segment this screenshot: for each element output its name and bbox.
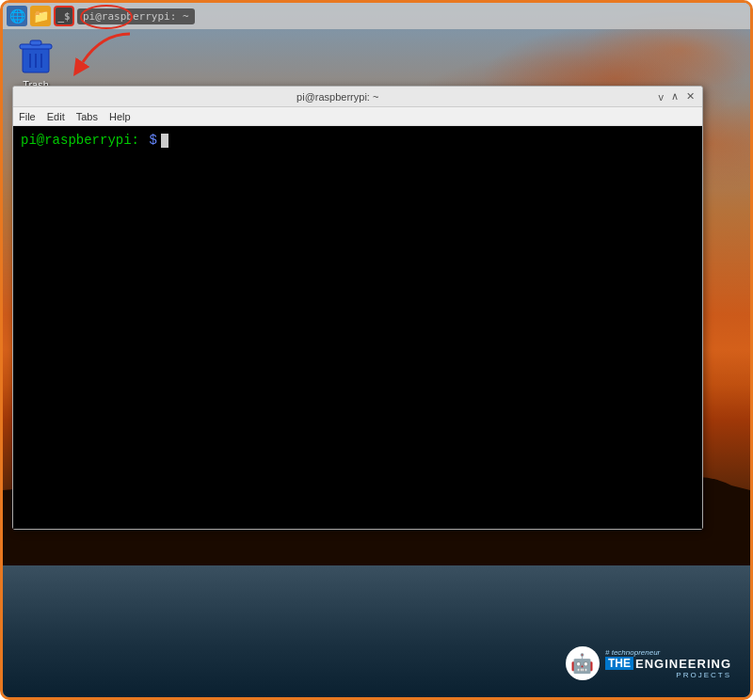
svg-rect-3 bbox=[30, 40, 41, 45]
watermark-techno-label: # technopreneur bbox=[605, 648, 731, 657]
watermark: 🤖 # technopreneur THE ENGINEERING PROJEC… bbox=[566, 646, 731, 680]
trash-desktop-icon[interactable]: Trash bbox=[17, 36, 55, 90]
desktop: 🌐 📁 _$ pi@raspberrypi: ~ bbox=[3, 3, 750, 697]
terminal-menu-tabs[interactable]: Tabs bbox=[76, 111, 98, 122]
terminal-menu-edit[interactable]: Edit bbox=[47, 111, 65, 122]
terminal-title: pi@raspberrypi: ~ bbox=[19, 91, 657, 103]
trash-icon bbox=[17, 36, 55, 77]
terminal-prompt-user: pi@raspberrypi: bbox=[21, 132, 139, 151]
terminal-controls: v ∧ ✕ bbox=[657, 90, 697, 103]
terminal-cursor bbox=[161, 134, 168, 148]
terminal-prompt-dollar: $ bbox=[141, 132, 157, 151]
watermark-text: # technopreneur THE ENGINEERING PROJECTS bbox=[605, 648, 731, 679]
terminal-titlebar: pi@raspberrypi: ~ v ∧ ✕ bbox=[13, 87, 702, 107]
terminal-maximize-btn[interactable]: ∧ bbox=[669, 90, 681, 103]
terminal-window: pi@raspberrypi: ~ v ∧ ✕ File Edit Tabs H… bbox=[12, 86, 703, 530]
taskbar-browser-icon[interactable]: 🌐 bbox=[7, 6, 27, 26]
taskbar-terminal-icon[interactable]: _$ bbox=[54, 6, 74, 26]
terminal-body[interactable]: pi@raspberrypi: $ bbox=[13, 126, 702, 529]
watermark-robot-icon: 🤖 bbox=[566, 646, 600, 680]
watermark-engineering-label: ENGINEERING bbox=[635, 657, 731, 671]
annotation-arrow bbox=[73, 29, 149, 76]
terminal-minimize-btn[interactable]: v bbox=[657, 91, 666, 103]
watermark-projects-label: PROJECTS bbox=[605, 671, 731, 679]
taskbar-files-icon[interactable]: 📁 bbox=[30, 6, 51, 26]
terminal-close-btn[interactable]: ✕ bbox=[684, 90, 697, 103]
watermark-the-label: THE bbox=[605, 657, 633, 670]
terminal-menu-file[interactable]: File bbox=[19, 111, 36, 122]
terminal-menu-help[interactable]: Help bbox=[109, 111, 131, 122]
watermark-brand: THE ENGINEERING bbox=[605, 657, 731, 671]
terminal-menubar: File Edit Tabs Help bbox=[13, 107, 702, 126]
terminal-prompt-line: pi@raspberrypi: $ bbox=[21, 132, 695, 151]
taskbar-terminal-label[interactable]: pi@raspberrypi: ~ bbox=[77, 8, 195, 24]
taskbar: 🌐 📁 _$ pi@raspberrypi: ~ bbox=[3, 3, 750, 29]
